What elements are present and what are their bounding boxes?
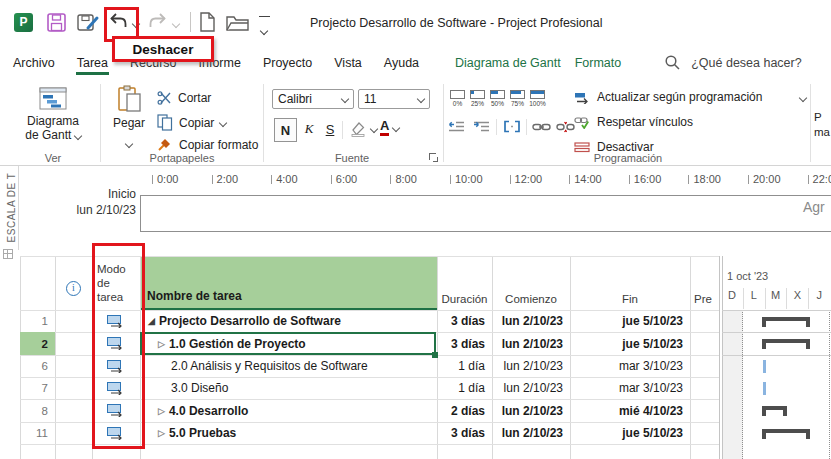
- percent-complete-25-button[interactable]: 25%: [468, 90, 487, 107]
- view-splitter-icon[interactable]: [3, 249, 13, 259]
- collapse-icon[interactable]: ◢: [148, 316, 155, 326]
- copy-button[interactable]: Copiar: [157, 114, 226, 131]
- open-folder-icon[interactable]: [225, 13, 250, 32]
- unlink-tasks-icon[interactable]: [556, 120, 575, 133]
- update-as-scheduled-button[interactable]: Actualizar según programación: [574, 90, 762, 104]
- tab-tarea[interactable]: Tarea: [76, 50, 109, 75]
- row-number[interactable]: 11: [20, 422, 55, 444]
- tab-proyecto[interactable]: Proyecto: [262, 50, 313, 75]
- gantt-task-bar[interactable]: [763, 382, 766, 395]
- undo-dropdown-chevron-icon[interactable]: [132, 20, 140, 28]
- gantt-summary-bar[interactable]: [762, 406, 787, 416]
- task-duration-cell[interactable]: 2 días: [437, 399, 492, 422]
- task-mode-cell[interactable]: [92, 310, 140, 332]
- task-duration-cell[interactable]: 3 días: [437, 422, 492, 444]
- gantt-summary-bar[interactable]: [762, 429, 810, 439]
- new-file-icon[interactable]: [198, 11, 217, 33]
- background-color-button[interactable]: [349, 120, 377, 137]
- task-name-cell[interactable]: 2.0 Análisis y Requisitos de Software: [140, 355, 437, 377]
- row-number[interactable]: 8: [20, 399, 55, 422]
- outdent-task-icon[interactable]: [448, 120, 465, 133]
- expand-icon[interactable]: ▷: [158, 428, 165, 438]
- format-painter-button[interactable]: Copiar formato: [157, 137, 258, 152]
- font-size-combobox[interactable]: 11: [358, 89, 430, 109]
- save-as-icon[interactable]: [76, 12, 100, 33]
- percent-complete-75-button[interactable]: 75%: [508, 90, 527, 107]
- task-name-cell[interactable]: ▷4.0 Desarrollo: [140, 399, 437, 422]
- gantt-chart-view-button[interactable]: Diagrama de Gantt: [8, 84, 98, 142]
- predecessors-column-header[interactable]: Pre: [690, 256, 719, 310]
- task-name-column-header[interactable]: Nombre de tarea: [140, 256, 437, 310]
- expand-icon[interactable]: ▷: [158, 406, 165, 416]
- task-mode-cell[interactable]: [92, 399, 140, 422]
- font-color-button[interactable]: A: [380, 119, 399, 136]
- tab-archivo[interactable]: Archivo: [12, 50, 56, 75]
- split-task-icon[interactable]: [503, 120, 521, 133]
- task-finish-cell[interactable]: jue 5/10/23: [570, 422, 690, 444]
- row-number[interactable]: 2: [20, 332, 55, 355]
- bold-button[interactable]: N: [274, 118, 297, 142]
- task-finish-cell[interactable]: jue 5/10/23: [570, 310, 690, 332]
- task-mode-cell[interactable]: [92, 377, 140, 399]
- task-duration-cell[interactable]: 3 días: [437, 310, 492, 332]
- task-name-cell[interactable]: ▷1.0 Gestión de Proyecto: [140, 332, 437, 355]
- finish-column-header[interactable]: Fin: [570, 256, 690, 310]
- task-finish-cell[interactable]: jue 5/10/23: [570, 332, 690, 355]
- row-number[interactable]: 6: [20, 355, 55, 377]
- task-start-cell[interactable]: lun 2/10/23: [492, 310, 570, 332]
- task-name-cell[interactable]: ◢Projecto Desarrollo de Software: [140, 310, 437, 332]
- underline-button[interactable]: S: [322, 118, 338, 140]
- task-duration-cell[interactable]: 1 día: [437, 355, 492, 377]
- percent-complete-100-button[interactable]: 100%: [528, 90, 547, 107]
- task-finish-cell[interactable]: mar 3/10/23: [570, 355, 690, 377]
- task-duration-cell[interactable]: 1 día: [437, 377, 492, 399]
- task-mode-cell[interactable]: [92, 355, 140, 377]
- cut-button[interactable]: Cortar: [157, 91, 211, 105]
- row-number[interactable]: 1: [20, 310, 55, 332]
- undo-icon[interactable]: [107, 11, 129, 32]
- task-duration-cell[interactable]: 3 días: [437, 332, 492, 355]
- info-column-header[interactable]: i: [55, 256, 92, 310]
- update-chevron-icon[interactable]: [799, 94, 807, 102]
- task-start-cell[interactable]: lun 2/10/23: [492, 422, 570, 444]
- timeline-pane[interactable]: ESCALA DE T Inicio lun 2/10/23 0:002:004…: [0, 166, 831, 250]
- respect-links-button[interactable]: Respetar vínculos: [574, 115, 693, 129]
- gantt-summary-bar[interactable]: [762, 339, 810, 349]
- percent-complete-50-button[interactable]: 50%: [488, 90, 507, 107]
- link-tasks-icon[interactable]: [532, 122, 551, 132]
- search-label[interactable]: ¿Qué desea hacer?: [691, 56, 802, 70]
- duration-column-header[interactable]: Duración: [437, 256, 492, 310]
- tab-diagrama-de-gantt[interactable]: Diagrama de Gantt: [454, 50, 562, 75]
- task-start-cell[interactable]: lun 2/10/23: [492, 399, 570, 422]
- task-start-cell[interactable]: lun 2/10/23: [492, 377, 570, 399]
- task-mode-cell[interactable]: [92, 332, 140, 355]
- tab-ayuda[interactable]: Ayuda: [383, 50, 420, 75]
- percent-complete-0-button[interactable]: 0%: [448, 90, 467, 107]
- italic-button[interactable]: K: [301, 118, 317, 140]
- tab-vista[interactable]: Vista: [333, 50, 363, 75]
- project-logo-icon[interactable]: P: [14, 13, 33, 32]
- selection-fill-handle[interactable]: [432, 352, 438, 358]
- task-start-cell[interactable]: lun 2/10/23: [492, 355, 570, 377]
- task-finish-cell[interactable]: mié 4/10/23: [570, 399, 690, 422]
- gantt-summary-bar[interactable]: [762, 317, 810, 327]
- indent-task-icon[interactable]: [473, 120, 490, 133]
- task-name-cell[interactable]: ▷5.0 Pruebas: [140, 422, 437, 444]
- paste-button[interactable]: Pegar: [106, 85, 152, 151]
- expand-icon[interactable]: ▷: [158, 339, 165, 349]
- task-finish-cell[interactable]: mar 3/10/23: [570, 377, 690, 399]
- gantt-task-bar[interactable]: [763, 360, 766, 373]
- task-start-cell[interactable]: lun 2/10/23: [492, 332, 570, 355]
- fuente-dialog-launcher-icon[interactable]: [429, 153, 438, 162]
- start-column-header[interactable]: Comienzo: [492, 256, 570, 310]
- task-mode-column-header[interactable]: Modo de tarea: [92, 256, 140, 310]
- timeline-band[interactable]: [140, 195, 831, 232]
- task-mode-cell[interactable]: [92, 422, 140, 444]
- tab-formato[interactable]: Formato: [574, 50, 623, 75]
- row-number[interactable]: 7: [20, 377, 55, 399]
- tell-me-search[interactable]: ¿Qué desea hacer?: [664, 54, 802, 71]
- save-icon[interactable]: [46, 12, 67, 33]
- font-name-combobox[interactable]: Calibri: [272, 89, 354, 109]
- customize-toolbar-icon[interactable]: [259, 16, 270, 38]
- task-name-cell[interactable]: 3.0 Diseño: [140, 377, 437, 399]
